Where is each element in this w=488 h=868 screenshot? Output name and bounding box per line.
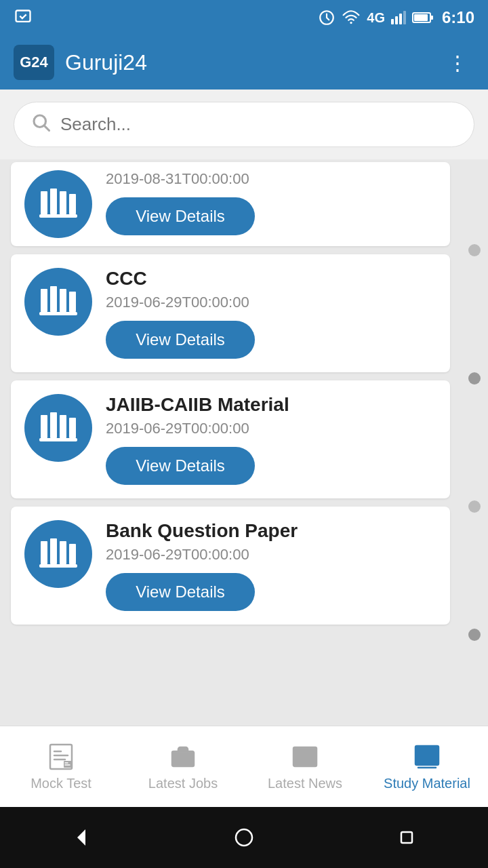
- svg-rect-43: [296, 755, 303, 762]
- nav-item-latest-jobs[interactable]: Latest Jobs: [122, 726, 244, 807]
- search-container: [0, 90, 488, 159]
- app-logo: G24: [14, 45, 54, 80]
- nav-label-latest-news: Latest News: [268, 776, 342, 791]
- svg-point-54: [236, 829, 252, 846]
- card-date: 2019-06-29T00:00:00: [106, 294, 436, 311]
- card-date: 2019-06-29T00:00:00: [106, 546, 436, 564]
- status-bar: 4G 6:10: [0, 0, 488, 35]
- list-item: Bank Question Paper 2019-06-29T00:00:00 …: [11, 507, 450, 625]
- scrollbar-dot: [468, 372, 481, 384]
- scrollbar-dot: [468, 244, 481, 256]
- nav-label-latest-jobs: Latest Jobs: [148, 776, 218, 791]
- svg-rect-9: [414, 14, 428, 21]
- svg-rect-20: [69, 292, 76, 312]
- svg-rect-4: [395, 16, 398, 24]
- svg-rect-22: [41, 415, 47, 438]
- scrollbar-dot: [468, 629, 481, 641]
- nav-label-mock-test: Mock Test: [30, 776, 92, 791]
- svg-rect-26: [39, 438, 77, 441]
- search-bar: [14, 102, 474, 147]
- network-type: 4G: [367, 10, 385, 26]
- card-date: 2019-08-31T00:00:00: [106, 170, 436, 188]
- system-nav-bar: [0, 807, 488, 868]
- content-area: 2019-08-31T00:00:00 View Details CCC 201…: [0, 159, 488, 726]
- search-icon: [30, 112, 51, 137]
- svg-rect-25: [69, 418, 76, 438]
- svg-rect-28: [50, 538, 57, 564]
- card-content: Bank Question Paper 2019-06-29T00:00:00 …: [106, 520, 436, 611]
- status-time: 6:10: [442, 8, 474, 27]
- svg-rect-31: [39, 564, 77, 568]
- svg-rect-23: [50, 412, 57, 438]
- svg-rect-47: [415, 746, 439, 765]
- nav-label-study-material: Study Material: [384, 776, 470, 791]
- svg-rect-12: [41, 191, 47, 214]
- svg-rect-3: [391, 19, 394, 24]
- card-icon: [24, 268, 92, 336]
- svg-marker-53: [77, 829, 85, 846]
- card-icon: [24, 520, 92, 588]
- svg-line-11: [45, 126, 49, 131]
- svg-rect-16: [39, 214, 77, 218]
- nav-item-study-material[interactable]: Study Material: [366, 726, 488, 807]
- home-button[interactable]: [224, 817, 264, 858]
- search-input[interactable]: [60, 114, 458, 135]
- svg-rect-13: [50, 189, 57, 214]
- svg-rect-15: [69, 194, 76, 214]
- view-details-button[interactable]: View Details: [106, 447, 255, 485]
- svg-rect-39: [172, 751, 194, 766]
- status-bar-left: [14, 8, 33, 27]
- card-title: Bank Question Paper: [106, 520, 436, 542]
- recents-button[interactable]: [386, 817, 427, 858]
- svg-point-2: [350, 22, 352, 24]
- app-title: Guruji24: [65, 50, 442, 75]
- svg-rect-24: [60, 415, 66, 438]
- view-details-button[interactable]: View Details: [106, 573, 255, 611]
- list-item: 2019-08-31T00:00:00 View Details: [11, 162, 450, 246]
- card-content: JAIIB-CAIIB Material 2019-06-29T00:00:00…: [106, 394, 436, 485]
- svg-rect-18: [50, 286, 57, 312]
- list-item: JAIIB-CAIIB Material 2019-06-29T00:00:00…: [11, 380, 450, 498]
- svg-rect-30: [69, 544, 76, 564]
- scrollbar-track: [465, 159, 484, 726]
- svg-rect-27: [41, 541, 47, 564]
- svg-rect-21: [39, 312, 77, 315]
- svg-rect-8: [430, 16, 433, 20]
- back-button[interactable]: [61, 817, 102, 858]
- svg-rect-0: [16, 11, 30, 22]
- svg-rect-19: [60, 289, 66, 312]
- card-title: JAIIB-CAIIB Material: [106, 394, 436, 416]
- svg-rect-36: [64, 761, 72, 768]
- view-details-button[interactable]: View Details: [106, 321, 255, 359]
- card-icon: [24, 394, 92, 462]
- card-content: CCC 2019-06-29T00:00:00 View Details: [106, 268, 436, 359]
- svg-rect-6: [403, 11, 406, 24]
- card-icon: [24, 170, 92, 238]
- status-icons: 4G 6:10: [318, 8, 474, 27]
- app-bar: G24 Guruji24 ⋮: [0, 35, 488, 90]
- svg-rect-14: [60, 191, 66, 214]
- svg-rect-29: [60, 541, 66, 564]
- app-menu-button[interactable]: ⋮: [442, 45, 474, 80]
- card-date: 2019-06-29T00:00:00: [106, 420, 436, 437]
- nav-item-latest-news[interactable]: Latest News: [244, 726, 366, 807]
- bottom-nav: Mock Test Latest Jobs Latest News: [0, 726, 488, 807]
- card-content: 2019-08-31T00:00:00 View Details: [106, 170, 436, 235]
- scrollbar-dot: [468, 500, 481, 513]
- view-details-button[interactable]: View Details: [106, 197, 255, 235]
- card-title: CCC: [106, 268, 436, 290]
- list-item: CCC 2019-06-29T00:00:00 View Details: [11, 254, 450, 372]
- svg-rect-55: [401, 832, 412, 843]
- svg-rect-5: [399, 14, 402, 24]
- svg-rect-17: [41, 289, 47, 312]
- nav-item-mock-test[interactable]: Mock Test: [0, 726, 122, 807]
